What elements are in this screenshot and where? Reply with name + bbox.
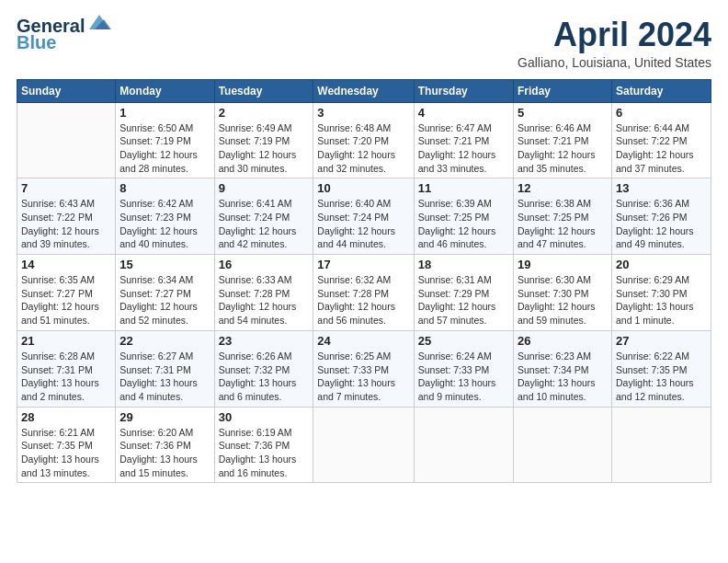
day-number: 9 <box>219 181 310 195</box>
header: General Blue April 2024 Galliano, Louisi… <box>17 17 711 70</box>
calendar-cell <box>313 407 414 483</box>
week-row-5: 28Sunrise: 6:21 AMSunset: 7:35 PMDayligh… <box>17 407 711 483</box>
calendar-cell <box>513 407 611 483</box>
day-number: 11 <box>418 181 509 195</box>
day-info: Sunrise: 6:44 AMSunset: 7:22 PMDaylight:… <box>616 121 707 176</box>
day-number: 20 <box>616 258 707 271</box>
month-title: April 2024 <box>518 17 711 53</box>
day-number: 10 <box>317 181 409 195</box>
day-info: Sunrise: 6:46 AMSunset: 7:21 PMDaylight:… <box>518 121 608 176</box>
calendar-cell: 23Sunrise: 6:26 AMSunset: 7:32 PMDayligh… <box>214 330 313 407</box>
week-row-2: 7Sunrise: 6:43 AMSunset: 7:22 PMDaylight… <box>17 178 711 255</box>
day-info: Sunrise: 6:34 AMSunset: 7:27 PMDaylight:… <box>119 273 210 327</box>
day-info: Sunrise: 6:20 AMSunset: 7:36 PMDaylight:… <box>119 426 210 480</box>
calendar-cell: 27Sunrise: 6:22 AMSunset: 7:35 PMDayligh… <box>611 330 711 407</box>
day-number: 29 <box>119 410 210 424</box>
calendar-cell: 8Sunrise: 6:42 AMSunset: 7:23 PMDaylight… <box>116 178 214 255</box>
day-info: Sunrise: 6:35 AMSunset: 7:27 PMDaylight:… <box>21 273 111 327</box>
day-info: Sunrise: 6:28 AMSunset: 7:31 PMDaylight:… <box>21 350 111 404</box>
day-number: 8 <box>119 181 210 195</box>
week-row-4: 21Sunrise: 6:28 AMSunset: 7:31 PMDayligh… <box>17 330 711 407</box>
day-number: 22 <box>119 334 210 348</box>
day-info: Sunrise: 6:32 AMSunset: 7:28 PMDaylight:… <box>317 273 409 327</box>
day-number: 28 <box>21 410 111 424</box>
day-number: 3 <box>317 106 409 120</box>
day-info: Sunrise: 6:49 AMSunset: 7:19 PMDaylight:… <box>219 121 310 176</box>
calendar-cell: 19Sunrise: 6:30 AMSunset: 7:30 PMDayligh… <box>513 255 611 331</box>
calendar-header-row: SundayMondayTuesdayWednesdayThursdayFrid… <box>17 79 711 102</box>
day-number: 15 <box>119 258 210 271</box>
calendar-cell: 26Sunrise: 6:23 AMSunset: 7:34 PMDayligh… <box>513 330 611 407</box>
day-info: Sunrise: 6:25 AMSunset: 7:33 PMDaylight:… <box>317 350 409 404</box>
day-number: 4 <box>418 106 509 120</box>
day-header-saturday: Saturday <box>611 79 711 102</box>
day-number: 23 <box>219 334 310 348</box>
calendar-cell: 11Sunrise: 6:39 AMSunset: 7:25 PMDayligh… <box>414 178 513 255</box>
calendar-cell: 22Sunrise: 6:27 AMSunset: 7:31 PMDayligh… <box>116 330 214 407</box>
calendar-table: SundayMondayTuesdayWednesdayThursdayFrid… <box>17 79 711 484</box>
day-number: 13 <box>616 181 707 195</box>
calendar-cell: 29Sunrise: 6:20 AMSunset: 7:36 PMDayligh… <box>116 407 214 483</box>
day-info: Sunrise: 6:36 AMSunset: 7:26 PMDaylight:… <box>616 197 707 251</box>
day-number: 12 <box>518 181 608 195</box>
day-header-tuesday: Tuesday <box>214 79 313 102</box>
calendar-cell: 2Sunrise: 6:49 AMSunset: 7:19 PMDaylight… <box>214 102 313 178</box>
calendar-cell: 12Sunrise: 6:38 AMSunset: 7:25 PMDayligh… <box>513 178 611 255</box>
day-info: Sunrise: 6:48 AMSunset: 7:20 PMDaylight:… <box>317 121 409 176</box>
week-row-3: 14Sunrise: 6:35 AMSunset: 7:27 PMDayligh… <box>17 255 711 331</box>
day-info: Sunrise: 6:19 AMSunset: 7:36 PMDaylight:… <box>219 426 310 480</box>
logo: General Blue <box>17 17 111 52</box>
day-info: Sunrise: 6:29 AMSunset: 7:30 PMDaylight:… <box>616 273 707 327</box>
page: General Blue April 2024 Galliano, Louisi… <box>0 0 728 563</box>
day-number: 17 <box>317 258 409 271</box>
day-info: Sunrise: 6:47 AMSunset: 7:21 PMDaylight:… <box>418 121 509 176</box>
calendar-cell: 24Sunrise: 6:25 AMSunset: 7:33 PMDayligh… <box>313 330 414 407</box>
calendar-cell: 14Sunrise: 6:35 AMSunset: 7:27 PMDayligh… <box>17 255 116 331</box>
day-info: Sunrise: 6:21 AMSunset: 7:35 PMDaylight:… <box>21 426 111 480</box>
day-number: 27 <box>616 334 707 348</box>
location: Galliano, Louisiana, United States <box>518 55 711 70</box>
day-number: 1 <box>119 106 210 120</box>
calendar-cell <box>17 102 116 178</box>
day-info: Sunrise: 6:27 AMSunset: 7:31 PMDaylight:… <box>119 350 210 404</box>
day-header-thursday: Thursday <box>414 79 513 102</box>
calendar-cell: 30Sunrise: 6:19 AMSunset: 7:36 PMDayligh… <box>214 407 313 483</box>
day-header-monday: Monday <box>116 79 214 102</box>
day-info: Sunrise: 6:41 AMSunset: 7:24 PMDaylight:… <box>219 197 310 251</box>
calendar-cell: 13Sunrise: 6:36 AMSunset: 7:26 PMDayligh… <box>611 178 711 255</box>
calendar-cell: 28Sunrise: 6:21 AMSunset: 7:35 PMDayligh… <box>17 407 116 483</box>
calendar-cell <box>414 407 513 483</box>
day-info: Sunrise: 6:42 AMSunset: 7:23 PMDaylight:… <box>119 197 210 251</box>
calendar-cell: 21Sunrise: 6:28 AMSunset: 7:31 PMDayligh… <box>17 330 116 407</box>
day-info: Sunrise: 6:38 AMSunset: 7:25 PMDaylight:… <box>518 197 608 251</box>
day-number: 21 <box>21 334 111 348</box>
calendar-cell: 1Sunrise: 6:50 AMSunset: 7:19 PMDaylight… <box>116 102 214 178</box>
calendar-cell: 3Sunrise: 6:48 AMSunset: 7:20 PMDaylight… <box>313 102 414 178</box>
day-number: 14 <box>21 258 111 271</box>
day-info: Sunrise: 6:26 AMSunset: 7:32 PMDaylight:… <box>219 350 310 404</box>
day-number: 7 <box>21 181 111 195</box>
week-row-1: 1Sunrise: 6:50 AMSunset: 7:19 PMDaylight… <box>17 102 711 178</box>
day-header-wednesday: Wednesday <box>313 79 414 102</box>
day-number: 2 <box>219 106 310 120</box>
calendar-cell: 9Sunrise: 6:41 AMSunset: 7:24 PMDaylight… <box>214 178 313 255</box>
day-header-friday: Friday <box>513 79 611 102</box>
calendar-cell: 25Sunrise: 6:24 AMSunset: 7:33 PMDayligh… <box>414 330 513 407</box>
logo-icon <box>87 11 111 35</box>
day-number: 6 <box>616 106 707 120</box>
calendar-cell: 17Sunrise: 6:32 AMSunset: 7:28 PMDayligh… <box>313 255 414 331</box>
calendar-cell: 4Sunrise: 6:47 AMSunset: 7:21 PMDaylight… <box>414 102 513 178</box>
day-info: Sunrise: 6:23 AMSunset: 7:34 PMDaylight:… <box>518 350 608 404</box>
day-info: Sunrise: 6:40 AMSunset: 7:24 PMDaylight:… <box>317 197 409 251</box>
day-info: Sunrise: 6:43 AMSunset: 7:22 PMDaylight:… <box>21 197 111 251</box>
day-info: Sunrise: 6:33 AMSunset: 7:28 PMDaylight:… <box>219 273 310 327</box>
calendar-cell: 16Sunrise: 6:33 AMSunset: 7:28 PMDayligh… <box>214 255 313 331</box>
day-number: 30 <box>219 410 310 424</box>
day-info: Sunrise: 6:24 AMSunset: 7:33 PMDaylight:… <box>418 350 509 404</box>
logo-blue: Blue <box>17 33 111 52</box>
calendar-cell: 15Sunrise: 6:34 AMSunset: 7:27 PMDayligh… <box>116 255 214 331</box>
day-number: 16 <box>219 258 310 271</box>
day-header-sunday: Sunday <box>17 79 116 102</box>
day-number: 26 <box>518 334 608 348</box>
calendar-cell: 10Sunrise: 6:40 AMSunset: 7:24 PMDayligh… <box>313 178 414 255</box>
